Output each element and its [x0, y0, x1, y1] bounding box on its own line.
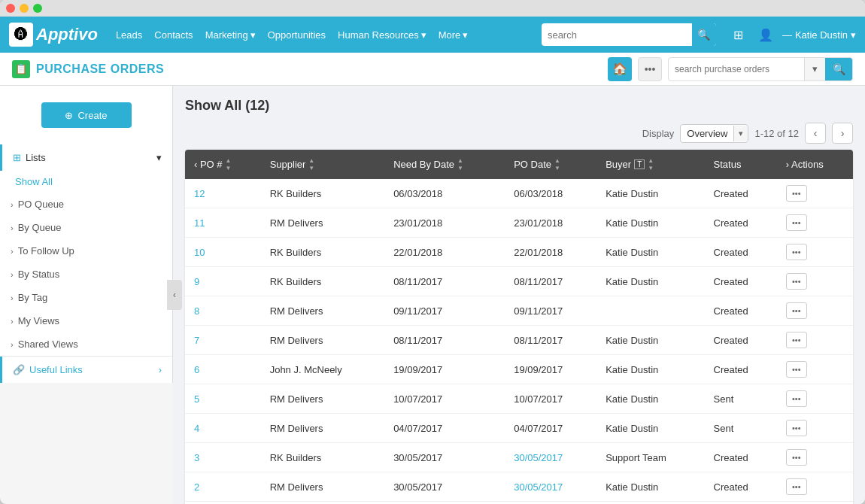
lists-label: Lists	[26, 152, 46, 163]
row-action-button[interactable]: •••	[786, 478, 807, 495]
table-row: 7 RM Delivers 08/11/2017 08/11/2017 Kati…	[185, 326, 853, 355]
nav-human-resources[interactable]: Human Resources ▾	[338, 29, 426, 41]
page-title-area: 📋 PURCHASE ORDERS	[12, 60, 608, 78]
sidebar-item-to-follow-up[interactable]: › To Follow Up	[0, 239, 172, 263]
po-number-link[interactable]: 2	[194, 481, 199, 493]
lists-header[interactable]: ⊞ Lists ▾	[0, 144, 172, 171]
po-number-link[interactable]: 3	[194, 452, 199, 463]
next-page-button[interactable]: ›	[832, 123, 853, 144]
row-action-button[interactable]: •••	[786, 332, 807, 348]
po-number-link[interactable]: 6	[194, 364, 199, 375]
row-action-button[interactable]: •••	[786, 302, 807, 319]
sidebar-wrapper: ⊕ Create ⊞ Lists ▾ Show All	[0, 86, 173, 504]
notifications-icon[interactable]: 👤	[755, 24, 776, 45]
row-action-button[interactable]: •••	[786, 185, 807, 202]
close-dot[interactable]	[6, 4, 15, 13]
prev-page-button[interactable]: ‹	[805, 123, 826, 144]
purchase-order-search-bar: ▾ 🔍	[668, 57, 853, 81]
col-header-buyer[interactable]: Buyer T ▲▼	[596, 150, 704, 179]
po-number-link[interactable]: 9	[194, 276, 199, 287]
cell-supplier: RK Builders	[261, 179, 384, 208]
minimize-dot[interactable]	[20, 4, 29, 13]
cell-po-date: 22/01/2018	[505, 238, 596, 267]
create-button[interactable]: ⊕ Create	[41, 102, 132, 128]
pagination-info: 1-12 of 12	[754, 128, 799, 139]
po-number-link[interactable]: 7	[194, 335, 199, 346]
nav-icons: ⊞ 👤 — Katie Dustin ▾	[728, 24, 856, 45]
col-header-po-number[interactable]: ‹ PO # ▲▼	[185, 150, 261, 179]
logo-icon: 🅐	[9, 23, 33, 47]
global-search-button[interactable]: 🔍	[692, 23, 716, 46]
col-header-po-date[interactable]: PO Date ▲▼	[505, 150, 596, 179]
cell-actions: •••	[777, 179, 853, 208]
po-number-link[interactable]: 4	[194, 423, 199, 434]
cell-po-number: 5	[185, 384, 261, 414]
cell-status: Created	[705, 238, 777, 267]
sidebar-item-my-views[interactable]: › My Views	[0, 309, 172, 332]
sidebar-item-shared-views[interactable]: › Shared Views	[0, 332, 172, 356]
by-tag-label: By Tag	[18, 292, 48, 303]
table-row: 2 RM Delivers 30/05/2017 30/05/2017 Kati…	[185, 472, 853, 502]
display-dropdown-icon: ▾	[733, 126, 748, 141]
nav-more[interactable]: More ▾	[439, 29, 469, 41]
col-header-supplier[interactable]: Supplier ▲▼	[261, 150, 384, 179]
sidebar-collapse-button[interactable]: ‹	[167, 280, 182, 310]
logo-text: Apptivo	[36, 25, 98, 44]
cell-po-number: 7	[185, 326, 261, 355]
po-date-link[interactable]: 30/05/2017	[514, 452, 563, 463]
sidebar-item-by-queue[interactable]: › By Queue	[0, 216, 172, 239]
search-dropdown-button[interactable]: ▾	[804, 57, 825, 81]
user-dropdown-icon: ▾	[851, 29, 856, 41]
table-row: 12 RK Builders 06/03/2018 06/03/2018 Kat…	[185, 179, 853, 208]
row-action-button[interactable]: •••	[786, 449, 807, 466]
cell-po-number: 3	[185, 443, 261, 472]
maximize-dot[interactable]	[33, 4, 42, 13]
row-action-button[interactable]: •••	[786, 244, 807, 260]
display-selector[interactable]: Overview ▾	[680, 124, 748, 143]
row-action-button[interactable]: •••	[786, 214, 807, 231]
nav-leads[interactable]: Leads	[116, 29, 142, 41]
po-number-link[interactable]: 8	[194, 305, 199, 317]
cell-status: Created	[705, 267, 777, 296]
sidebar-item-useful-links[interactable]: 🔗 Useful Links ›	[0, 357, 172, 383]
apps-icon[interactable]: ⊞	[728, 24, 749, 45]
table-row: 10 RK Builders 22/01/2018 22/01/2018 Kat…	[185, 238, 853, 267]
cell-po-number: 1	[185, 502, 261, 505]
options-button[interactable]: •••	[638, 57, 662, 81]
global-search-input[interactable]	[542, 29, 692, 41]
cell-need-by-date: 23/01/2018	[384, 208, 505, 238]
nav-contacts[interactable]: Contacts	[154, 29, 193, 41]
cell-buyer: Katie Dustin	[596, 326, 704, 355]
purchase-orders-table: ‹ PO # ▲▼ Supplier ▲▼ Ne	[185, 150, 853, 504]
po-number-link[interactable]: 11	[194, 217, 205, 229]
sidebar-item-po-queue[interactable]: › PO Queue	[0, 193, 172, 216]
lists-dropdown-icon: ▾	[156, 152, 162, 163]
cell-po-number: 4	[185, 414, 261, 443]
cell-supplier: RM Delivers	[261, 208, 384, 238]
purchase-order-search-input[interactable]	[669, 64, 804, 74]
table-body: 12 RK Builders 06/03/2018 06/03/2018 Kat…	[185, 179, 853, 504]
row-action-button[interactable]: •••	[786, 273, 807, 290]
po-date-link[interactable]: 30/05/2017	[514, 481, 563, 493]
cell-buyer: Katie Dustin	[596, 472, 704, 502]
nav-opportunities[interactable]: Opportunities	[268, 29, 326, 41]
po-number-link[interactable]: 12	[194, 188, 205, 199]
col-header-need-by-date[interactable]: Need By Date ▲▼	[384, 150, 505, 179]
cell-status: Created	[705, 355, 777, 384]
nav-marketing[interactable]: Marketing ▾	[205, 29, 256, 41]
user-name: Katie Dustin	[795, 29, 848, 41]
cell-need-by-date: 08/11/2017	[384, 267, 505, 296]
cell-need-by-date: 19/09/2017	[384, 355, 505, 384]
sidebar-item-show-all[interactable]: Show All	[0, 171, 172, 193]
po-number-link[interactable]: 5	[194, 393, 199, 405]
sidebar-item-by-status[interactable]: › By Status	[0, 263, 172, 286]
search-po-button[interactable]: 🔍	[825, 57, 852, 81]
home-button[interactable]: 🏠	[608, 57, 632, 81]
row-action-button[interactable]: •••	[786, 390, 807, 407]
cell-actions: •••	[777, 355, 853, 384]
sidebar-item-by-tag[interactable]: › By Tag	[0, 286, 172, 309]
po-number-link[interactable]: 10	[194, 247, 205, 258]
user-menu[interactable]: — Katie Dustin ▾	[782, 29, 856, 41]
row-action-button[interactable]: •••	[786, 420, 807, 436]
row-action-button[interactable]: •••	[786, 361, 807, 378]
